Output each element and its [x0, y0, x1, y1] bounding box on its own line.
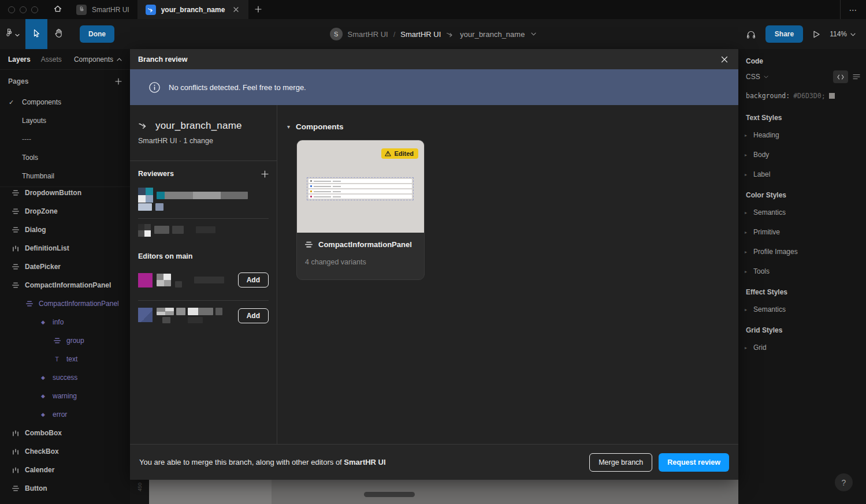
disclosure-icon: ▸ — [745, 230, 747, 235]
tab-layers[interactable]: Layers — [8, 55, 31, 64]
layer-checkbox[interactable]: CheckBox — [0, 442, 130, 461]
css-code-line[interactable]: background: #D6D3D0; — [738, 88, 866, 107]
table-view-toggle[interactable] — [853, 74, 860, 80]
color-style-primitive[interactable]: ▸Primitive — [738, 222, 866, 242]
main-menu-button[interactable] — [0, 19, 25, 49]
layer-variant-warning[interactable]: ◆ warning — [0, 387, 130, 405]
layer-dialog[interactable]: Dialog — [0, 221, 130, 239]
layer-compactinformationpanel[interactable]: CompactInformationPanel — [0, 276, 130, 294]
redacted-block — [155, 203, 163, 211]
variant-icon — [310, 185, 312, 187]
color-style-semantics[interactable]: ▸Semantics — [738, 203, 866, 222]
add-editor-button[interactable]: Add — [238, 308, 269, 323]
divider — [130, 160, 277, 161]
zoom-level-value: 114% — [830, 30, 847, 38]
page-item-divider[interactable]: ---- — [0, 130, 130, 148]
canvas[interactable]: 450 — [130, 480, 738, 504]
layer-label: Button — [25, 484, 47, 492]
code-view-toggle[interactable] — [833, 70, 848, 83]
window-zoom-button[interactable] — [31, 6, 38, 13]
org-avatar[interactable]: S — [330, 28, 343, 40]
tab-overflow-button[interactable]: ⋯ — [841, 5, 866, 14]
horizontal-scrollbar[interactable] — [364, 492, 415, 497]
window-close-button[interactable] — [8, 6, 15, 13]
tab-smarthr-ui[interactable]: SmartHR UI — [68, 0, 137, 19]
text-styles-title: Text Styles — [738, 107, 866, 125]
layer-compactinformationpanel-set[interactable]: CompactInformationPanel — [0, 294, 130, 313]
add-reviewer-button[interactable] — [261, 170, 269, 178]
page-item-components[interactable]: ✓ Components — [0, 93, 130, 111]
close-icon[interactable] — [719, 54, 730, 65]
chevron-down-icon[interactable] — [531, 32, 536, 36]
tab-assets[interactable]: Assets — [41, 55, 62, 64]
layer-text[interactable]: T text — [0, 350, 130, 368]
reviewer-row[interactable] — [138, 224, 215, 237]
breadcrumb-branch[interactable]: your_branch_name — [460, 30, 525, 39]
breadcrumb-org[interactable]: SmartHR UI — [348, 30, 388, 39]
chevron-down-icon[interactable] — [764, 76, 768, 79]
color-style-tools[interactable]: ▸Tools — [738, 262, 866, 281]
page-item-thumbnail[interactable]: Thumbnail — [0, 167, 130, 185]
tab-components[interactable]: Components — [74, 55, 122, 64]
tab-your-branch-name[interactable]: your_branch_name — [137, 0, 249, 19]
request-review-button[interactable]: Request review — [659, 453, 729, 472]
layer-variant-info[interactable]: ◆ info — [0, 313, 130, 331]
layer-variant-error[interactable]: ◆ error — [0, 405, 130, 424]
breadcrumb: S SmartHR UI / SmartHR UI your_branch_na… — [330, 19, 537, 49]
present-play-icon[interactable] — [812, 30, 820, 39]
variant-text-placeholder — [333, 196, 341, 197]
add-page-button[interactable] — [115, 78, 122, 85]
window-minimize-button[interactable] — [20, 6, 27, 13]
style-label: Label — [753, 170, 770, 178]
variant-diamond-icon: ◆ — [39, 412, 47, 417]
layer-label: success — [53, 374, 77, 382]
share-button[interactable]: Share — [765, 25, 803, 43]
layer-dropzone[interactable]: DropZone — [0, 202, 130, 221]
layer-dropdownbutton[interactable]: DropdownButton — [0, 184, 130, 202]
editors-on-main-label: Editors on main — [138, 252, 192, 260]
done-button[interactable]: Done — [80, 25, 114, 43]
page-item-tools[interactable]: Tools — [0, 148, 130, 167]
page-item-layouts[interactable]: Layouts — [0, 111, 130, 130]
effect-style-semantics[interactable]: ▸Semantics — [738, 300, 866, 319]
component-set-icon — [12, 245, 19, 252]
add-editor-button[interactable]: Add — [238, 272, 269, 288]
disclosure-icon: ▸ — [745, 307, 747, 312]
help-button[interactable]: ? — [835, 473, 853, 491]
text-style-heading[interactable]: ▸Heading — [738, 125, 866, 145]
color-style-profile-images[interactable]: ▸Profile Images — [738, 242, 866, 262]
variant-diamond-icon: ◆ — [39, 375, 47, 380]
no-conflicts-banner: No conflicts detected. Feel free to merg… — [130, 69, 738, 105]
component-icon — [12, 208, 19, 214]
css-dropdown[interactable]: CSS — [746, 73, 760, 81]
merge-branch-button[interactable]: Merge branch — [589, 453, 652, 472]
layer-definitionlist[interactable]: DefinitionList — [0, 239, 130, 257]
layer-label: ComboBox — [25, 429, 62, 437]
new-tab-button[interactable] — [248, 0, 268, 19]
layer-label: text — [66, 355, 77, 363]
component-preview: Edited — [297, 140, 424, 233]
layer-combobox[interactable]: ComboBox — [0, 424, 130, 442]
page-label: Layouts — [22, 117, 46, 125]
figma-app-window: SmartHR UI your_branch_name ⋯ — [0, 0, 866, 504]
layer-variant-success[interactable]: ◆ success — [0, 368, 130, 387]
tab-close-icon[interactable] — [231, 5, 240, 14]
layer-calender[interactable]: Calender — [0, 461, 130, 479]
reviewer-row[interactable] — [138, 188, 248, 203]
zoom-level-control[interactable]: 114% — [830, 30, 856, 38]
hand-tool-button[interactable] — [47, 19, 69, 49]
layer-button[interactable]: Button — [0, 479, 130, 498]
text-style-body[interactable]: ▸Body — [738, 145, 866, 165]
grid-style-grid[interactable]: ▸Grid — [738, 338, 866, 357]
layer-label: info — [53, 318, 64, 326]
home-button[interactable] — [47, 0, 68, 19]
headphones-icon[interactable] — [746, 29, 756, 39]
layer-group[interactable]: group — [0, 331, 130, 350]
changed-component-card[interactable]: Edited — [296, 140, 425, 280]
layer-label: error — [53, 410, 67, 419]
layer-datepicker[interactable]: DatePicker — [0, 257, 130, 276]
move-tool-button[interactable] — [25, 19, 47, 49]
breadcrumb-file[interactable]: SmartHR UI — [400, 30, 441, 39]
components-section-header[interactable]: ▾ Components — [287, 122, 344, 131]
text-style-label[interactable]: ▸Label — [738, 165, 866, 184]
